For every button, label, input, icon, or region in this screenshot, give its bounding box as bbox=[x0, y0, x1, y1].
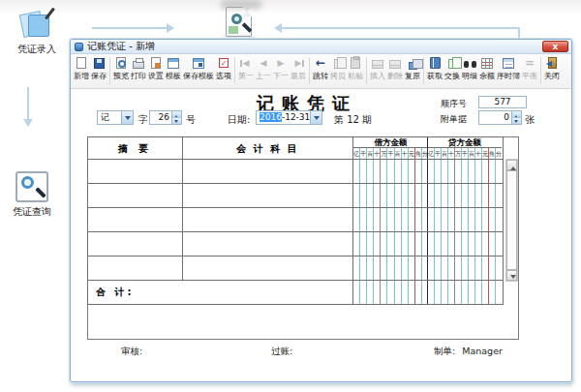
icon-shape bbox=[464, 61, 476, 69]
restore-button[interactable]: 复原 bbox=[404, 55, 421, 86]
digit-column-cell bbox=[386, 256, 393, 280]
voucher-entry-icon[interactable] bbox=[19, 9, 54, 40]
toolbar-button-label: 插入 bbox=[370, 71, 385, 81]
voucher-number-stepper[interactable]: 26 bbox=[149, 110, 182, 125]
fetch-button[interactable]: 获取 bbox=[426, 55, 443, 86]
credit-amount-cell[interactable] bbox=[427, 160, 502, 183]
digit-column-cell bbox=[359, 232, 366, 256]
document-magnifier-icon[interactable] bbox=[226, 7, 252, 37]
debit-amount-cell[interactable] bbox=[353, 208, 428, 231]
attachment-label: 附单据 bbox=[441, 113, 467, 126]
magnifier-handle bbox=[242, 22, 253, 33]
voucher-table: 摘 要 会 计 科 目 借方金额 亿千百十万千百十元角分 贷方金额 亿千百十万千… bbox=[87, 136, 504, 305]
window-titlebar[interactable]: 记账凭证 - 新增 x bbox=[71, 40, 571, 54]
digit-column-cell bbox=[434, 256, 441, 280]
summary-cell[interactable] bbox=[88, 232, 183, 256]
toolbar-button-label: 打印 bbox=[131, 71, 146, 81]
account-cell[interactable] bbox=[183, 256, 353, 280]
spin-down-icon[interactable] bbox=[172, 117, 181, 124]
table-scrollbar[interactable] bbox=[505, 159, 518, 282]
chevron-down-icon[interactable] bbox=[121, 111, 133, 124]
new-button[interactable]: 新增 bbox=[73, 55, 90, 86]
magnifier-lens bbox=[21, 176, 34, 189]
chevron-down-icon[interactable] bbox=[310, 111, 321, 124]
detail-button[interactable]: 明细 bbox=[461, 55, 478, 86]
digit-column-cell bbox=[461, 160, 468, 183]
close-button[interactable]: 关闭 bbox=[543, 55, 561, 86]
digit-column-cell bbox=[401, 184, 408, 207]
digit-column-cell bbox=[474, 184, 481, 207]
icon-shape bbox=[76, 57, 86, 69]
digit-column-cell bbox=[481, 232, 488, 256]
scroll-up-button[interactable] bbox=[506, 160, 517, 170]
digit-column-cell bbox=[380, 256, 386, 280]
digit-column-cell bbox=[359, 208, 366, 231]
credit-amount-cell[interactable] bbox=[427, 232, 502, 256]
settings-button[interactable]: 设置 bbox=[147, 55, 165, 86]
options-button[interactable]: 选项 bbox=[215, 55, 232, 86]
digit-column-cell bbox=[468, 184, 474, 207]
scroll-down-button[interactable] bbox=[506, 270, 517, 281]
options-icon bbox=[217, 57, 230, 70]
digit-column-cell bbox=[495, 256, 502, 280]
debit-amount-cell[interactable] bbox=[353, 256, 428, 280]
debit-amount-cell[interactable] bbox=[353, 184, 428, 207]
voucher-query-icon[interactable] bbox=[15, 171, 48, 202]
template-button[interactable]: 模板 bbox=[165, 55, 182, 86]
preview-button[interactable]: 预览 bbox=[112, 55, 130, 86]
last-button: ▶最后 bbox=[290, 55, 307, 86]
digit-column-cell bbox=[434, 160, 441, 183]
voucher-word-select[interactable]: 记 bbox=[97, 110, 134, 125]
delete-row-icon bbox=[388, 57, 402, 70]
summary-cell[interactable] bbox=[88, 160, 183, 183]
swap-button[interactable]: 交换 bbox=[443, 55, 461, 86]
debit-amount-cell[interactable] bbox=[353, 160, 428, 183]
close-button[interactable]: x bbox=[542, 41, 568, 52]
debit-amount-cell[interactable] bbox=[353, 232, 428, 256]
toolbar-button-label: 设置 bbox=[148, 71, 164, 81]
digit-column-cell bbox=[380, 184, 386, 207]
account-cell[interactable] bbox=[183, 232, 353, 256]
scroll-thumb[interactable] bbox=[506, 170, 517, 270]
date-select[interactable]: 2016-12-31 bbox=[256, 110, 322, 125]
sequence-number-label: 顺序号 bbox=[441, 98, 467, 110]
digit-column-cell bbox=[447, 232, 454, 256]
digit-column-cell bbox=[441, 232, 447, 256]
print-button[interactable]: 打印 bbox=[130, 55, 147, 86]
summary-cell[interactable] bbox=[88, 256, 183, 280]
total-label: 合 计: bbox=[88, 281, 353, 304]
account-cell[interactable] bbox=[183, 208, 353, 231]
prev-button: ◀上一 bbox=[255, 55, 272, 86]
credit-amount-cell[interactable] bbox=[427, 256, 502, 280]
icon-shape bbox=[193, 58, 204, 69]
toolbar-button-label: 获取 bbox=[427, 71, 443, 81]
attachment-count-stepper[interactable]: 0 bbox=[478, 110, 522, 125]
digit-column-header: 千 bbox=[386, 148, 393, 159]
save-button[interactable]: 保存 bbox=[90, 55, 107, 86]
balance-button[interactable]: 余额 bbox=[478, 55, 496, 86]
icon-shape bbox=[219, 58, 229, 68]
digit-column-cell bbox=[394, 208, 401, 231]
credit-amount-cell[interactable] bbox=[427, 208, 502, 231]
preparer-name: Manager bbox=[462, 346, 503, 356]
digit-column-cell bbox=[495, 160, 502, 183]
account-cell[interactable] bbox=[183, 184, 353, 207]
save-template-button[interactable]: 保存模板 bbox=[182, 55, 215, 86]
icon-shape bbox=[409, 62, 417, 70]
credit-amount-cell[interactable] bbox=[427, 184, 502, 207]
summary-cell[interactable] bbox=[88, 208, 183, 231]
account-cell[interactable] bbox=[183, 160, 353, 183]
toolbar-button-label: 预览 bbox=[113, 71, 129, 81]
digit-column-header: 百 bbox=[441, 148, 447, 159]
next-record-icon: ▶ bbox=[274, 57, 288, 70]
digit-column-cell bbox=[373, 160, 380, 183]
journal-button[interactable]: 序时簿 bbox=[496, 55, 521, 86]
summary-cell[interactable] bbox=[88, 184, 183, 207]
summary-column-header: 摘 要 bbox=[88, 137, 183, 159]
icon-shape bbox=[334, 59, 342, 69]
table-header-row: 摘 要 会 计 科 目 借方金额 亿千百十万千百十元角分 贷方金额 亿千百十万千… bbox=[88, 137, 503, 160]
digit-column-cell bbox=[461, 256, 468, 280]
spin-down-icon[interactable] bbox=[512, 117, 521, 124]
jump-button[interactable]: ←跳转 bbox=[312, 55, 329, 86]
sequence-number-field[interactable]: 577 bbox=[478, 96, 527, 108]
